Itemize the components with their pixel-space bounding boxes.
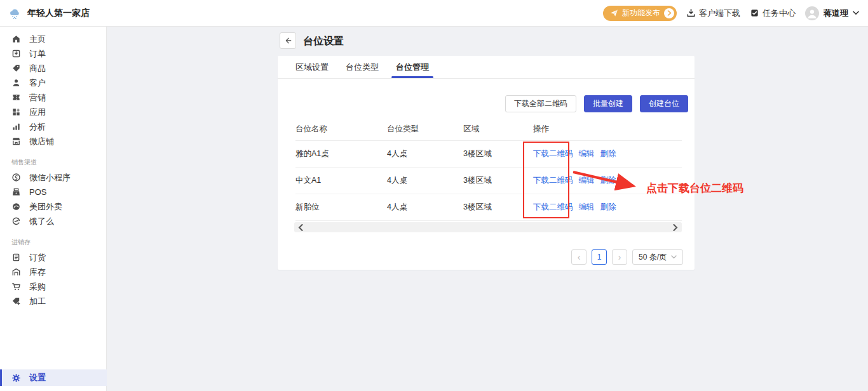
page-size-value: 50 条/页 xyxy=(639,252,667,263)
download-qr-link[interactable]: 下载二维码 xyxy=(533,149,573,159)
annotation-text: 点击下载台位二维码 xyxy=(646,181,743,196)
delete-link[interactable]: 删除 xyxy=(600,149,616,159)
download-all-qr-button[interactable]: 下载全部二维码 xyxy=(505,95,576,112)
sidebar-item-analytics[interactable]: 分析 xyxy=(0,119,106,134)
arrow-left-icon xyxy=(283,36,292,45)
edit-link[interactable]: 编辑 xyxy=(579,202,595,213)
sidebar-item-purchasing[interactable]: 采购 xyxy=(0,279,106,294)
storefront-icon xyxy=(11,136,21,146)
sidebar-item-eleme[interactable]: 饿了么 xyxy=(0,214,106,229)
sidebar-item-label: 应用 xyxy=(29,107,46,118)
person-icon xyxy=(11,78,21,88)
chevron-down-icon xyxy=(671,255,677,259)
batch-create-button[interactable]: 批量创建 xyxy=(584,95,632,112)
sidebar-item-marketing[interactable]: 营销 xyxy=(0,90,106,105)
page-number-button[interactable]: 1 xyxy=(592,249,607,265)
app-grid-plus-icon xyxy=(11,107,21,117)
sidebar-item-pos[interactable]: POS xyxy=(0,185,106,199)
scroll-right-icon[interactable] xyxy=(673,224,678,231)
column-header-area: 区域 xyxy=(463,124,533,135)
paper-plane-icon xyxy=(610,9,618,17)
back-button[interactable] xyxy=(280,32,296,49)
sidebar-section-inventory: 进销存 xyxy=(0,229,106,250)
sidebar-item-customers[interactable]: 客户 xyxy=(0,76,106,90)
table-row: 新胎位 4人桌 3楼区域 下载二维码 编辑 删除 xyxy=(295,194,682,221)
store-name: 年轻人第一家店 xyxy=(27,8,90,19)
sidebar-item-orders[interactable]: 订单 xyxy=(0,46,106,61)
tables-table: 台位名称 台位类型 区域 操作 雅的A1桌 4人桌 3楼区域 下载二维码 编辑 … xyxy=(295,118,682,221)
home-icon xyxy=(11,34,21,44)
sidebar-item-meituan[interactable]: 美团外卖 xyxy=(0,199,106,214)
client-download-label: 客户端下载 xyxy=(699,8,740,19)
sidebar-item-label: 库存 xyxy=(29,267,46,278)
rain-cloud-logo-icon xyxy=(9,7,22,20)
sidebar-item-label: 采购 xyxy=(29,281,46,293)
sidebar-item-label: 订单 xyxy=(29,48,46,60)
sidebar-item-settings[interactable]: 设置 xyxy=(0,369,107,386)
sidebar-item-label: POS xyxy=(29,187,46,197)
create-table-button[interactable]: 创建台位 xyxy=(640,95,688,112)
user-menu[interactable]: 蒋道理 xyxy=(805,6,859,20)
sidebar-item-wechat-mini-program[interactable]: 微信小程序 xyxy=(0,170,106,185)
sidebar-item-label: 微店铺 xyxy=(29,136,54,147)
column-header-type: 台位类型 xyxy=(387,124,463,135)
new-feature-button[interactable]: 新功能发布 xyxy=(603,6,677,21)
sidebar-item-goods[interactable]: 商品 xyxy=(0,61,106,76)
tab-area-settings[interactable]: 区域设置 xyxy=(295,56,329,78)
sidebar-item-label: 饿了么 xyxy=(29,216,54,227)
sidebar-item-label: 主页 xyxy=(29,34,46,45)
tag-plus-icon xyxy=(11,296,21,306)
gear-icon xyxy=(11,373,21,383)
tab-table-management[interactable]: 台位管理 xyxy=(396,56,429,78)
edit-link[interactable]: 编辑 xyxy=(579,175,595,186)
cell-table-type: 4人桌 xyxy=(387,202,463,213)
sidebar-item-label: 客户 xyxy=(29,77,46,89)
clipboard-check-icon xyxy=(750,8,759,18)
sidebar-item-ordering[interactable]: 订货 xyxy=(0,250,106,265)
eleme-icon xyxy=(11,216,21,226)
sidebar-section-sales-channels: 销售渠道 xyxy=(0,149,106,170)
scroll-left-icon[interactable] xyxy=(298,224,303,231)
tab-table-types[interactable]: 台位类型 xyxy=(346,56,379,78)
download-qr-link[interactable]: 下载二维码 xyxy=(533,175,573,186)
next-page-button[interactable]: › xyxy=(612,249,627,265)
task-center-button[interactable]: 任务中心 xyxy=(750,8,796,19)
sidebar-item-label: 营销 xyxy=(29,92,46,103)
cell-table-type: 4人桌 xyxy=(387,175,463,186)
sidebar-item-stock[interactable]: 库存 xyxy=(0,265,106,279)
client-download-button[interactable]: 客户端下载 xyxy=(686,8,740,19)
sidebar-item-micro-store[interactable]: 微店铺 xyxy=(0,134,106,149)
table-header-row: 台位名称 台位类型 区域 操作 xyxy=(295,118,682,141)
download-icon xyxy=(686,8,696,18)
cell-table-name: 雅的A1桌 xyxy=(295,149,387,159)
delete-link[interactable]: 删除 xyxy=(600,175,616,186)
main-content: 台位设置 区域设置 台位类型 台位管理 下载全部二维码 批量创建 创建台位 台位… xyxy=(107,27,868,391)
sidebar-item-home[interactable]: 主页 xyxy=(0,32,106,46)
new-feature-label: 新功能发布 xyxy=(622,8,660,18)
download-qr-link[interactable]: 下载二维码 xyxy=(533,202,573,213)
sidebar-item-label: 美团外卖 xyxy=(29,201,62,213)
coupon-icon xyxy=(11,93,21,102)
cell-table-area: 3楼区域 xyxy=(463,202,533,213)
cell-table-type: 4人桌 xyxy=(387,149,463,159)
store-switcher[interactable]: 年轻人第一家店 xyxy=(9,7,90,20)
edit-link[interactable]: 编辑 xyxy=(579,149,595,159)
sidebar-item-processing[interactable]: 加工 xyxy=(0,294,106,308)
delete-link[interactable]: 删除 xyxy=(600,202,616,213)
page-size-select[interactable]: 50 条/页 xyxy=(632,249,683,265)
sidebar-item-label: 加工 xyxy=(29,296,46,307)
sidebar-item-label: 设置 xyxy=(29,372,46,383)
cell-table-name: 新胎位 xyxy=(295,202,387,213)
horizontal-scrollbar[interactable] xyxy=(294,222,682,232)
cell-table-name: 中文A1 xyxy=(295,175,387,186)
sidebar-item-label: 微信小程序 xyxy=(29,172,71,183)
sidebar-item-apps[interactable]: 应用 xyxy=(0,105,106,119)
pagination: ‹ 1 › 50 条/页 xyxy=(571,249,683,265)
prev-page-button[interactable]: ‹ xyxy=(571,249,587,265)
document-icon xyxy=(11,253,21,262)
warehouse-icon xyxy=(11,267,21,277)
avatar xyxy=(805,6,819,20)
sidebar-item-label: 分析 xyxy=(29,121,46,133)
cell-table-area: 3楼区域 xyxy=(463,149,533,159)
sidebar-item-label: 商品 xyxy=(29,63,46,74)
